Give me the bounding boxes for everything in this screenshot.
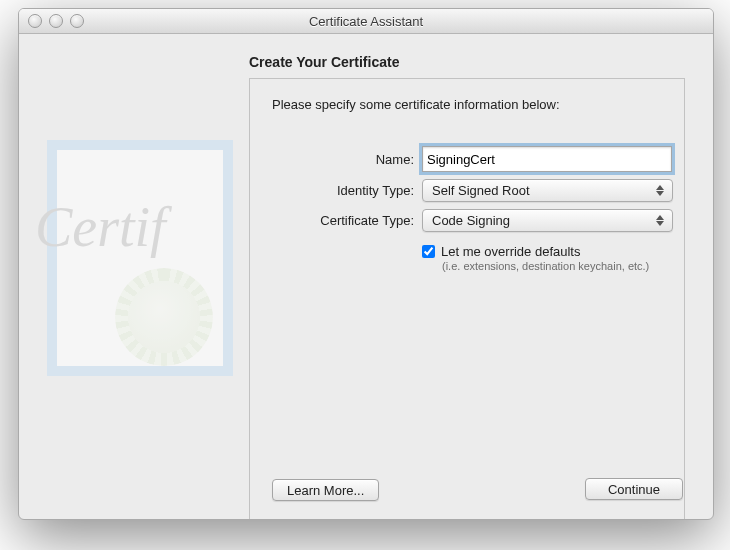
titlebar[interactable]: Certificate Assistant [19,9,713,34]
form-panel: Please specify some certificate informat… [249,78,685,520]
label-name: Name: [272,152,422,167]
minimize-icon[interactable] [49,14,63,28]
page-title: Create Your Certificate [249,54,685,70]
certificate-assistant-window: Certificate Assistant Certif Create Your… [18,8,714,520]
override-defaults-checkbox-row[interactable]: Let me override defaults [422,244,662,259]
label-certificate-type: Certificate Type: [272,213,422,228]
identity-type-value: Self Signed Root [432,183,530,198]
popup-arrows-icon [653,182,667,199]
window-title: Certificate Assistant [19,14,713,29]
seal-icon [123,276,205,358]
learn-more-button[interactable]: Learn More... [272,479,379,501]
close-icon[interactable] [28,14,42,28]
instruction-text: Please specify some certificate informat… [272,97,662,112]
override-defaults-checkbox[interactable] [422,245,435,258]
window-controls [28,14,84,28]
override-defaults-label: Let me override defaults [441,244,580,259]
label-identity-type: Identity Type: [272,183,422,198]
content-area: Certif Create Your Certificate Please sp… [19,34,713,520]
certificate-type-value: Code Signing [432,213,510,228]
certificate-illustration: Certif [47,140,233,376]
continue-button[interactable]: Continue [585,478,683,500]
name-input[interactable] [422,146,672,172]
zoom-icon[interactable] [70,14,84,28]
certificate-type-popup[interactable]: Code Signing [422,209,673,232]
identity-type-popup[interactable]: Self Signed Root [422,179,673,202]
popup-arrows-icon [653,212,667,229]
override-defaults-hint: (i.e. extensions, destination keychain, … [442,260,662,272]
